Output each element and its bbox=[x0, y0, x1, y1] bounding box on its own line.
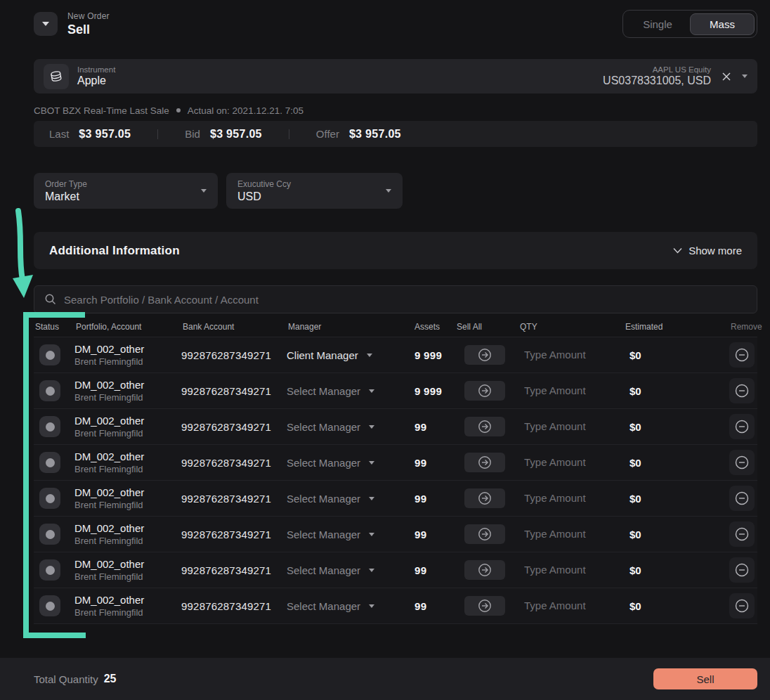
clear-instrument-button[interactable] bbox=[721, 71, 732, 82]
instrument-field[interactable]: Instrument Apple AAPL US Equity US037833… bbox=[34, 59, 757, 93]
order-type-dropdown[interactable]: Order Type Market bbox=[34, 173, 218, 209]
sell-all-button[interactable] bbox=[464, 345, 505, 365]
sell-all-button[interactable] bbox=[464, 453, 505, 472]
column-header-bank-account: Bank Account bbox=[181, 322, 287, 332]
instrument-label: Instrument bbox=[77, 65, 115, 74]
qty-input[interactable] bbox=[524, 349, 608, 361]
remove-row-button[interactable] bbox=[729, 521, 755, 547]
sell-all-button[interactable] bbox=[464, 524, 505, 544]
status-toggle[interactable] bbox=[39, 380, 60, 401]
remove-row-button[interactable] bbox=[729, 414, 755, 439]
last-label: Last bbox=[49, 128, 69, 140]
column-header-estimated: Estimated bbox=[624, 322, 729, 332]
sell-all-arrow-icon bbox=[477, 383, 492, 398]
qty-input[interactable] bbox=[524, 420, 608, 432]
coins-icon bbox=[44, 64, 69, 89]
caret-down-icon bbox=[201, 189, 207, 193]
qty-input[interactable] bbox=[524, 564, 608, 576]
remove-row-button[interactable] bbox=[729, 450, 755, 475]
remove-row-button[interactable] bbox=[729, 342, 755, 368]
manager-select[interactable]: Select Manager bbox=[287, 493, 413, 505]
sell-all-arrow-icon bbox=[477, 526, 492, 542]
executive-ccy-dropdown[interactable]: Exucutive Ccy USD bbox=[226, 173, 403, 209]
status-toggle[interactable] bbox=[39, 344, 60, 365]
manager-value: Client Manager bbox=[287, 349, 358, 361]
remove-icon bbox=[733, 418, 750, 435]
caret-down-icon bbox=[369, 497, 374, 500]
instrument-dropdown-caret[interactable] bbox=[742, 74, 748, 78]
caret-down-icon bbox=[369, 569, 374, 572]
remove-row-button[interactable] bbox=[729, 557, 755, 583]
order-type-caret-button[interactable] bbox=[34, 12, 58, 36]
portfolio-owner: Brent Flemingfild bbox=[74, 464, 181, 474]
manager-select[interactable]: Select Manager bbox=[287, 600, 413, 612]
manager-select[interactable]: Select Manager bbox=[287, 421, 413, 433]
bid-value: $3 957.05 bbox=[210, 128, 262, 141]
show-more-button[interactable]: Show more bbox=[673, 245, 742, 257]
status-icon bbox=[46, 494, 55, 503]
qty-input[interactable] bbox=[524, 456, 608, 468]
manager-select[interactable]: Select Manager bbox=[287, 564, 413, 576]
assets-value: 99 bbox=[413, 421, 455, 433]
additional-information-title: Additional Information bbox=[49, 244, 180, 258]
portfolio-name: DM_002_other bbox=[74, 594, 181, 606]
assets-value: 99 bbox=[413, 457, 455, 469]
sell-all-arrow-icon bbox=[477, 455, 492, 470]
sell-button[interactable]: Sell bbox=[653, 668, 757, 689]
manager-value: Select Manager bbox=[287, 493, 360, 505]
table-row: DM_002_other Brent Flemingfild 992876287… bbox=[34, 552, 757, 588]
new-order-label: New Order bbox=[67, 11, 110, 21]
assets-value: 99 bbox=[413, 564, 455, 576]
status-toggle[interactable] bbox=[39, 452, 60, 473]
market-data-source: CBOT BZX Real-Time Last Sale bbox=[34, 105, 169, 116]
manager-select[interactable]: Select Manager bbox=[287, 457, 413, 469]
caret-down-icon bbox=[742, 74, 748, 78]
sell-all-button[interactable] bbox=[464, 381, 505, 401]
sell-all-button[interactable] bbox=[464, 560, 505, 580]
column-header-sell-all: Sell All bbox=[455, 322, 518, 332]
qty-input[interactable] bbox=[524, 528, 608, 540]
toggle-mass[interactable]: Mass bbox=[690, 13, 755, 35]
sell-all-button[interactable] bbox=[464, 417, 505, 436]
column-header-portfolio-account: Portfolio, Account bbox=[74, 322, 181, 332]
assets-value: 9 999 bbox=[413, 349, 455, 361]
qty-input[interactable] bbox=[524, 384, 608, 396]
sell-all-button[interactable] bbox=[464, 488, 505, 508]
search-input[interactable] bbox=[64, 294, 747, 306]
manager-value: Select Manager bbox=[287, 564, 360, 576]
estimated-value: $0 bbox=[624, 457, 729, 469]
table-row: DM_002_other Brent Flemingfild 992876287… bbox=[34, 517, 757, 552]
sell-all-button[interactable] bbox=[464, 596, 505, 616]
order-header: New Order Sell Single Mass bbox=[34, 8, 757, 39]
remove-row-button[interactable] bbox=[729, 593, 755, 618]
manager-select[interactable]: Client Manager bbox=[287, 349, 413, 361]
qty-input[interactable] bbox=[524, 492, 608, 504]
estimated-value: $0 bbox=[624, 600, 729, 612]
bank-account-number: 992876287349271 bbox=[181, 600, 287, 612]
single-mass-toggle: Single Mass bbox=[622, 10, 757, 38]
qty-input[interactable] bbox=[524, 599, 608, 611]
footer-bar: Total Quantity 25 Sell bbox=[0, 658, 770, 700]
bank-account-number: 992876287349271 bbox=[181, 493, 287, 505]
toggle-single[interactable]: Single bbox=[625, 14, 690, 34]
manager-select[interactable]: Select Manager bbox=[287, 385, 413, 397]
remove-row-button[interactable] bbox=[729, 378, 755, 403]
portfolio-owner: Brent Flemingfild bbox=[74, 607, 181, 618]
status-toggle[interactable] bbox=[39, 595, 60, 616]
chevron-down-icon bbox=[673, 247, 682, 254]
bank-account-number: 992876287349271 bbox=[181, 457, 287, 469]
remove-row-button[interactable] bbox=[729, 486, 755, 511]
search-icon bbox=[44, 293, 57, 306]
table-row: DM_002_other Brent Flemingfild 992876287… bbox=[34, 445, 757, 481]
remove-icon bbox=[733, 454, 750, 471]
manager-value: Select Manager bbox=[287, 529, 360, 540]
status-toggle[interactable] bbox=[39, 524, 60, 545]
status-toggle[interactable] bbox=[39, 416, 60, 437]
caret-down-icon bbox=[369, 389, 374, 393]
manager-select[interactable]: Select Manager bbox=[287, 529, 413, 540]
remove-icon bbox=[733, 346, 750, 363]
assets-value: 9 999 bbox=[413, 385, 455, 397]
table-row: DM_002_other Brent Flemingfild 992876287… bbox=[34, 409, 757, 445]
status-toggle[interactable] bbox=[39, 488, 60, 509]
status-toggle[interactable] bbox=[39, 559, 60, 581]
